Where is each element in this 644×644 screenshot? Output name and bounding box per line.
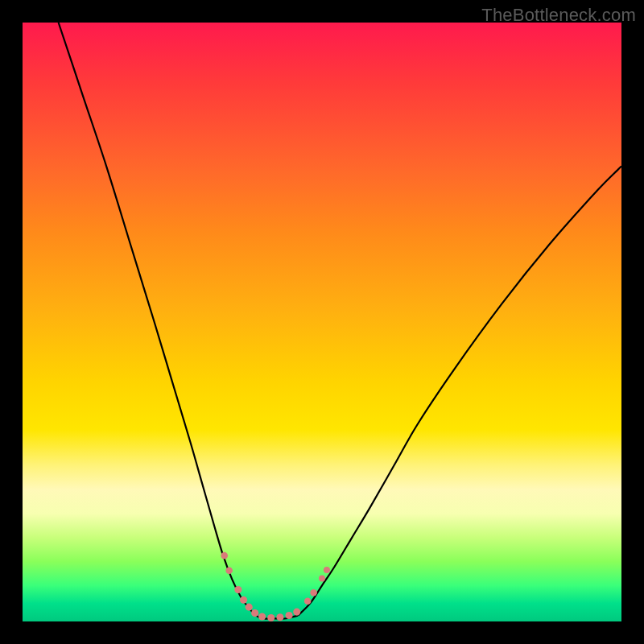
- chart-frame: TheBottleneck.com: [0, 0, 644, 644]
- data-marker: [324, 567, 330, 573]
- watermark-text: TheBottleneck.com: [481, 5, 636, 26]
- data-marker: [304, 597, 312, 605]
- data-marker: [286, 612, 293, 619]
- plot-area: [23, 23, 621, 621]
- curve-group: [59, 23, 621, 619]
- data-marker: [267, 614, 275, 621]
- data-marker: [319, 575, 325, 581]
- curve-left-curve: [59, 23, 257, 616]
- data-marker: [310, 589, 317, 597]
- data-marker: [258, 613, 266, 620]
- data-marker: [240, 597, 247, 604]
- data-marker: [221, 552, 228, 559]
- data-marker: [251, 609, 258, 617]
- data-marker: [276, 613, 283, 621]
- marker-group: [221, 552, 330, 621]
- chart-svg: [23, 23, 621, 621]
- data-marker: [246, 604, 253, 611]
- data-marker: [293, 609, 300, 616]
- data-marker: [234, 586, 242, 593]
- data-marker: [225, 567, 233, 574]
- curve-right-curve: [298, 167, 621, 616]
